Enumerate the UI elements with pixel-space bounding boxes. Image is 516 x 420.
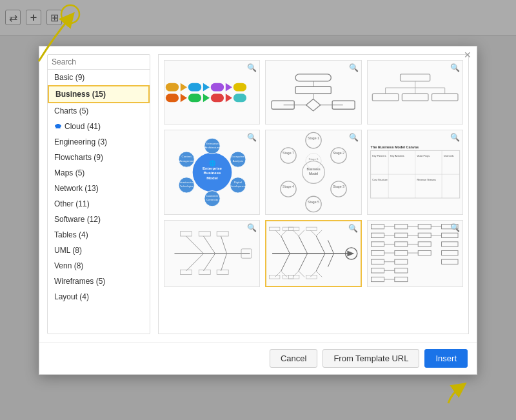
svg-line-111 — [299, 230, 304, 235]
template-card-bm-canvas[interactable]: 🔍 The Business Model Canvas Key Partners… — [367, 130, 463, 215]
template-card-process-flow[interactable]: 🔍 — [164, 60, 260, 125]
svg-rect-129 — [371, 224, 384, 228]
category-venn[interactable]: Venn (8) — [48, 258, 150, 274]
svg-rect-8 — [211, 83, 224, 92]
category-other[interactable]: Other (11) — [48, 196, 150, 212]
svg-marker-10 — [226, 83, 232, 92]
magnify-icon-4[interactable]: 🔍 — [247, 133, 257, 142]
svg-rect-149 — [395, 277, 408, 281]
template-card-flowchart-basic[interactable]: 🔍 — [265, 60, 361, 125]
magnify-icon-8[interactable]: 🔍 — [348, 224, 358, 233]
svg-text:Analysis: Analysis — [232, 159, 243, 162]
category-flowcharts[interactable]: Flowcharts (9) — [48, 150, 150, 165]
svg-rect-161 — [441, 233, 457, 237]
svg-text:Key Activities: Key Activities — [390, 155, 404, 157]
svg-text:Stage 1: Stage 1 — [308, 135, 319, 139]
svg-rect-135 — [371, 277, 384, 281]
magnify-icon-1[interactable]: 🔍 — [247, 63, 257, 72]
magnify-icon-7[interactable]: 🔍 — [247, 223, 257, 232]
category-layout[interactable]: Layout (4) — [48, 289, 150, 305]
category-basic[interactable]: Basic (9) — [48, 70, 150, 85]
svg-point-64 — [306, 196, 321, 212]
search-input[interactable] — [52, 57, 148, 66]
close-button[interactable]: ✕ — [464, 50, 471, 59]
svg-rect-134 — [371, 268, 384, 272]
magnify-icon-3[interactable]: 🔍 — [450, 63, 460, 72]
svg-rect-96 — [217, 270, 228, 274]
svg-rect-145 — [395, 241, 408, 246]
svg-text:Infrastructure: Infrastructure — [178, 181, 195, 184]
svg-rect-162 — [441, 241, 457, 246]
magnify-icon-6[interactable]: 🔍 — [450, 133, 460, 142]
cancel-button[interactable]: Cancel — [270, 349, 317, 368]
svg-text:Key Partners: Key Partners — [372, 155, 386, 157]
template-card-stages-circle[interactable]: 🔍 Business Model Stage 1 Stage 2 Stage 3 — [265, 130, 361, 215]
svg-rect-121 — [270, 227, 280, 230]
template-card-network-diagram[interactable]: 🔍 — [367, 220, 463, 287]
category-engineering[interactable]: Engineering (3) — [48, 134, 150, 150]
svg-line-116 — [293, 271, 299, 277]
svg-rect-144 — [395, 233, 408, 237]
category-cloud[interactable]: Cloud (41) — [48, 119, 150, 134]
svg-marker-2 — [181, 83, 187, 92]
category-list: Basic (9) Business (15) Charts (5) Cloud… — [48, 70, 150, 305]
svg-rect-5 — [188, 94, 201, 102]
svg-text:Content: Content — [181, 155, 192, 158]
svg-rect-122 — [283, 227, 293, 230]
svg-rect-146 — [395, 250, 408, 255]
svg-rect-23 — [400, 74, 430, 81]
category-software[interactable]: Software (12) — [48, 212, 150, 227]
svg-point-60 — [331, 147, 346, 163]
category-charts[interactable]: Charts (5) — [48, 103, 150, 119]
template-card-fishbone-selected[interactable]: 🔍 — [265, 220, 361, 287]
svg-marker-6 — [203, 83, 210, 92]
svg-marker-18 — [306, 99, 321, 111]
magnify-icon-2[interactable]: 🔍 — [349, 63, 359, 72]
svg-line-107 — [328, 254, 334, 267]
category-maps[interactable]: Maps (5) — [48, 165, 150, 181]
dialog-body: 🔍 Basic (9) Business (15) Charts (5) Clo… — [39, 46, 477, 342]
svg-line-87 — [221, 236, 226, 254]
svg-line-115 — [281, 271, 287, 277]
svg-rect-31 — [432, 94, 458, 101]
svg-rect-123 — [289, 227, 299, 230]
svg-marker-3 — [181, 94, 187, 102]
svg-line-89 — [203, 254, 215, 271]
svg-rect-91 — [180, 231, 192, 235]
svg-text:Enterprise: Enterprise — [203, 166, 223, 170]
svg-rect-132 — [371, 250, 384, 255]
svg-marker-99 — [348, 250, 355, 256]
template-card-process-left[interactable]: 🔍 — [164, 220, 260, 287]
magnify-icon-5[interactable]: 🔍 — [349, 133, 359, 142]
svg-line-106 — [317, 254, 326, 271]
category-wireframes[interactable]: Wireframes (5) — [48, 274, 150, 289]
insert-button[interactable]: Insert — [424, 349, 468, 368]
from-template-url-button[interactable]: From Template URL — [322, 349, 419, 368]
svg-rect-12 — [233, 83, 246, 92]
svg-line-118 — [310, 271, 316, 277]
svg-text:Ecosystem: Ecosystem — [231, 155, 245, 158]
dialog-footer: Cancel From Template URL Insert — [39, 342, 477, 374]
svg-text:Stage 5: Stage 5 — [308, 199, 319, 203]
svg-rect-1 — [166, 94, 179, 102]
category-uml[interactable]: UML (8) — [48, 243, 150, 258]
category-business[interactable]: Business (15) — [48, 85, 150, 103]
magnify-icon-9[interactable]: 🔍 — [450, 223, 460, 232]
svg-rect-156 — [418, 241, 431, 246]
svg-text:Technologies: Technologies — [180, 185, 193, 188]
svg-rect-13 — [233, 94, 246, 102]
svg-line-100 — [281, 235, 290, 253]
svg-line-117 — [299, 271, 304, 277]
svg-line-113 — [317, 230, 322, 235]
svg-text:Stage 3: Stage 3 — [333, 185, 344, 188]
svg-text:Value Props: Value Props — [417, 155, 430, 157]
svg-rect-30 — [402, 94, 428, 101]
svg-text:Business: Business — [306, 167, 320, 171]
template-card-enterprise-bm[interactable]: 🔍 Enterprise Business Model Enterprise A… — [164, 130, 260, 215]
category-network[interactable]: Network (13) — [48, 181, 150, 196]
svg-rect-124 — [306, 227, 317, 230]
category-tables[interactable]: Tables (4) — [48, 227, 150, 243]
search-box: 🔍 — [48, 55, 150, 70]
svg-text:The Business Model Canvas: The Business Model Canvas — [370, 145, 418, 149]
template-card-org-chart[interactable]: 🔍 — [367, 60, 463, 125]
